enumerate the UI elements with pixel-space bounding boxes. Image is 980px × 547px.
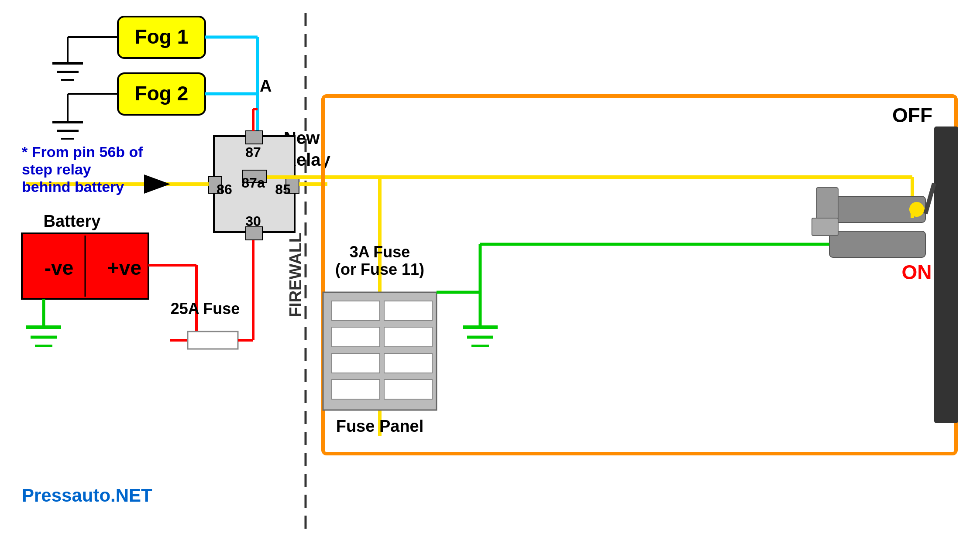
on-label: ON [902,261,932,284]
pin-85-label: 85 [275,181,291,197]
svg-rect-63 [829,231,925,257]
fuse-3a-label-line2: (or Fuse 11) [335,260,424,278]
pin-86-label: 86 [217,181,232,197]
svg-rect-21 [246,131,262,144]
fog2-label: Fog 2 [135,82,189,105]
off-label: OFF [892,104,932,126]
battery-pos-label: +ve [107,256,141,279]
fuse-3a-label-line1: 3A Fuse [350,243,410,261]
wiring-diagram: FIREWALL Fog 1 Fog 2 A New Relay 87 87a … [0,0,980,547]
point-a-label: A [260,77,272,95]
website-label: Pressauto.NET [22,485,152,506]
svg-rect-51 [332,301,380,321]
battery-label: Battery [44,212,101,230]
pin-30-label: 30 [245,213,261,229]
svg-rect-55 [332,353,380,373]
pin-87-label: 87 [245,144,261,160]
fog1-label: Fog 1 [135,25,189,48]
pin-87a-label: 87a [241,175,265,191]
svg-rect-56 [384,353,432,373]
svg-rect-75 [812,218,838,236]
svg-text:behind battery: behind battery [22,178,124,195]
svg-rect-61 [934,126,958,423]
svg-text:step relay: step relay [22,161,91,178]
fuse-panel-label: Fuse Panel [336,417,424,435]
fuse-25a-label: 25A Fuse [171,300,240,318]
svg-rect-67 [816,188,838,222]
svg-rect-52 [384,301,432,321]
svg-rect-54 [384,327,432,347]
svg-rect-53 [332,327,380,347]
svg-rect-58 [384,379,432,399]
svg-rect-57 [332,379,380,399]
battery-neg-label: -ve [45,256,73,279]
svg-rect-45 [188,332,238,349]
pin-note-star: * From pin 56b of [22,144,143,160]
firewall-label: FIREWALL [286,232,305,317]
